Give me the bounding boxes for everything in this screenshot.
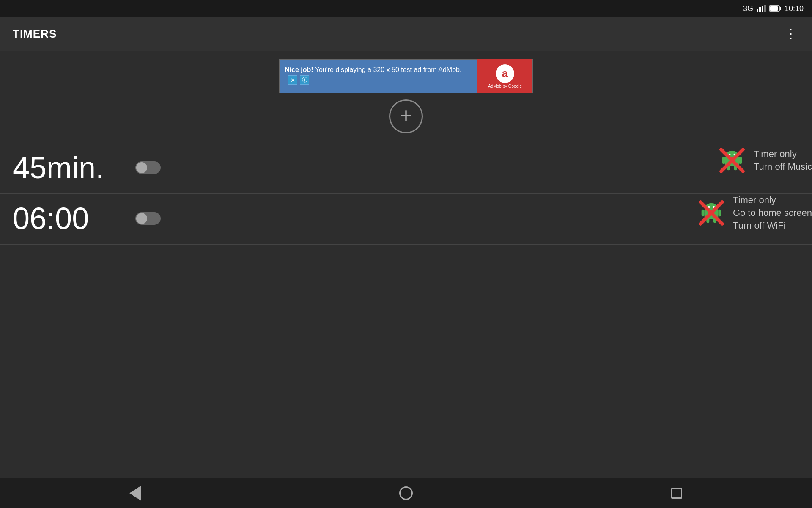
svg-rect-10 — [739, 157, 742, 164]
home-icon — [399, 486, 413, 500]
svg-rect-9 — [722, 157, 725, 164]
timer-1-toggle[interactable] — [135, 161, 161, 174]
app-title: TIMERS — [13, 28, 57, 41]
timer-2-label-3: Turn off WiFi — [733, 220, 812, 231]
timer-1-label-2: Turn off Music — [754, 161, 812, 172]
timer-2-toggle[interactable] — [135, 212, 161, 225]
admob-logo-circle: a — [496, 64, 514, 83]
timer-2-label-2: Go to home screen — [733, 207, 812, 218]
timer-2-action-labels: Timer only Go to home screen Turn off Wi… — [733, 195, 812, 231]
ad-controls: ✕ ⓘ — [285, 74, 472, 86]
ad-close-button[interactable]: ✕ — [288, 75, 297, 85]
ad-text-area: Nice job! You're displaying a 320 x 50 t… — [280, 63, 477, 90]
status-bar: 3G 10:10 — [0, 0, 812, 17]
divider-1 — [0, 190, 812, 191]
svg-rect-2 — [762, 6, 763, 12]
timer-2-toggle-knob — [136, 213, 147, 224]
ad-info-button[interactable]: ⓘ — [300, 75, 309, 85]
nav-recents-button[interactable] — [660, 483, 694, 504]
android-icon-2 — [697, 198, 726, 228]
timer-1-toggle-knob — [136, 162, 147, 173]
ad-bold-text: Nice job! — [285, 66, 313, 73]
clock: 10:10 — [785, 4, 804, 13]
admob-logo-letter: a — [502, 67, 508, 80]
timer-1-details: Timer only Turn off Music — [717, 146, 812, 175]
signal-icon — [757, 5, 766, 12]
timer-1-label-1: Timer only — [754, 149, 812, 160]
timer-2-time[interactable]: 06:00 — [13, 201, 131, 236]
timer-2-details: Timer only Go to home screen Turn off Wi… — [697, 195, 812, 231]
android-icon-1 — [717, 146, 747, 175]
main-content: Nice job! You're displaying a 320 x 50 t… — [0, 51, 812, 478]
timer-1-time[interactable]: 45min. — [13, 150, 131, 185]
battery-icon — [769, 5, 781, 12]
network-indicator: 3G — [743, 4, 753, 13]
admob-logo-text: AdMob by Google — [488, 84, 522, 88]
svg-rect-19 — [702, 210, 705, 216]
svg-rect-6 — [770, 6, 778, 11]
svg-rect-20 — [718, 210, 721, 216]
ad-body-text: You're displaying a 320 x 50 test ad fro… — [313, 66, 462, 73]
add-timer-icon: + — [400, 105, 412, 126]
ad-logo: a AdMob by Google — [477, 59, 532, 93]
nav-bar — [0, 478, 812, 508]
app-bar: TIMERS ⋮ — [0, 17, 812, 51]
ad-text: Nice job! You're displaying a 320 x 50 t… — [285, 66, 461, 73]
add-timer-button[interactable]: + — [389, 99, 423, 133]
overflow-menu-button[interactable]: ⋮ — [782, 25, 799, 42]
nav-back-button[interactable] — [118, 483, 152, 504]
ad-banner: Nice job! You're displaying a 320 x 50 t… — [279, 59, 533, 93]
nav-home-button[interactable] — [389, 483, 423, 504]
timer-row-2: 06:00 — [0, 193, 812, 245]
svg-rect-3 — [764, 5, 766, 12]
timer-row-1: 45min. — [0, 142, 812, 194]
svg-rect-5 — [780, 7, 781, 10]
svg-rect-1 — [759, 7, 761, 12]
back-icon — [129, 486, 141, 501]
timer-1-action-labels: Timer only Turn off Music — [754, 149, 812, 172]
recents-icon — [671, 488, 682, 499]
overflow-menu-icon: ⋮ — [785, 28, 797, 40]
timer-2-label-1: Timer only — [733, 195, 812, 206]
svg-rect-0 — [757, 9, 758, 12]
